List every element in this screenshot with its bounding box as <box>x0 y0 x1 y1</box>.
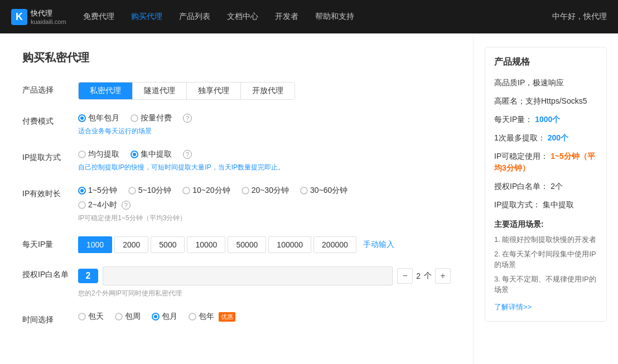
stepper-unit: 个 <box>424 271 432 281</box>
time-monthly-label: 包月 <box>162 312 177 322</box>
nav-buy-proxy[interactable]: 购买代理 <box>131 12 162 22</box>
whitelist-input[interactable] <box>103 266 393 285</box>
time-daily[interactable]: 包天 <box>78 312 104 322</box>
radio-5-10-circle <box>128 187 136 195</box>
time-daily-label: 包天 <box>88 312 104 322</box>
learn-more-link[interactable]: 了解详情>> <box>494 302 597 312</box>
stepper-value: 2 <box>416 271 421 280</box>
manual-input-link[interactable]: 手动输入 <box>363 240 394 250</box>
daily-ip-control: 1000 2000 5000 10000 50000 100000 200000… <box>78 236 451 253</box>
user-greeting: 中午好，快代理 <box>552 12 607 22</box>
logo[interactable]: K 快代理 kuaidaili.com <box>11 8 66 25</box>
stepper-minus[interactable]: − <box>397 268 413 284</box>
time-monthly[interactable]: 包月 <box>152 312 177 322</box>
spec-quality: 高品质IP，极速响应 <box>494 77 597 89</box>
ip-duration-label: IP有效时长 <box>22 186 78 199</box>
ip-extract-options: 均匀提取 集中提取 ? <box>78 149 451 159</box>
ip-count-2000[interactable]: 2000 <box>114 236 148 253</box>
pay-mode-help-icon[interactable]: ? <box>183 114 192 123</box>
ip-count-5000[interactable]: 5000 <box>151 236 185 253</box>
ip-extract-central[interactable]: 集中提取 <box>131 149 172 159</box>
radio-30-60-circle <box>300 187 308 195</box>
spec-ip-stable: IP可稳定使用： 1~5分钟（平均3分钟） <box>494 151 597 174</box>
pay-mode-annual-label: 包年包月 <box>88 113 119 123</box>
radio-weekly-circle <box>115 313 123 321</box>
ip-duration-2-4h[interactable]: 2~4小时 <box>78 200 117 210</box>
whitelist-hint: 您的2个外网IP可同时使用私密代理 <box>78 289 451 298</box>
time-select-row: 时间选择 包天 包周 包月 <box>22 312 451 325</box>
nav-docs[interactable]: 文档中心 <box>227 12 258 22</box>
spec-max-extract-value: 200个 <box>548 133 568 142</box>
nav-dev[interactable]: 开发者 <box>275 12 298 22</box>
spec-whitelist-label: 授权IP白名单： <box>494 182 548 191</box>
time-yearly[interactable]: 包年 优惠 <box>189 312 235 322</box>
ip-duration-help-icon[interactable]: ? <box>122 201 131 210</box>
ip-duration-row2: 2~4小时 ? <box>78 200 451 210</box>
spec-box: 产品规格 高品质IP，极速响应 高匿名；支持Https/Socks5 每天IP量… <box>485 47 607 322</box>
spec-whitelist: 授权IP白名单： 2个 <box>494 181 597 192</box>
stepper-plus[interactable]: + <box>435 268 451 284</box>
spec-whitelist-value: 2个 <box>551 182 563 191</box>
time-select-control: 包天 包周 包月 包年 优惠 <box>78 312 451 322</box>
nav-product-list[interactable]: 产品列表 <box>179 12 210 22</box>
ip-extract-help-icon[interactable]: ? <box>183 150 192 159</box>
spec-extract-mode-value: 集中提取 <box>543 200 574 209</box>
logo-letter: K <box>16 11 23 22</box>
ip-duration-20-30-label: 20~30分钟 <box>252 186 289 196</box>
navbar: K 快代理 kuaidaili.com 免费代理 购买代理 产品列表 文档中心 … <box>0 0 618 33</box>
ip-count-50000[interactable]: 50000 <box>228 236 266 253</box>
ip-extract-central-label: 集中提取 <box>141 149 172 159</box>
ip-count-200000[interactable]: 200000 <box>313 236 356 253</box>
pay-mode-annual[interactable]: 包年包月 <box>78 113 119 123</box>
ip-count-1000[interactable]: 1000 <box>78 236 112 253</box>
ip-count-100000[interactable]: 100000 <box>268 236 311 253</box>
spec-scenario-1: 1. 能很好控制提取快慢的开发者 <box>494 234 597 245</box>
product-select-label: 产品选择 <box>22 82 78 95</box>
whitelist-stepper: − 2 个 + <box>397 268 451 284</box>
spec-scenarios: 主要适用场景: 1. 能很好控制提取快慢的开发者 2. 在每天某个时间段集中使用… <box>494 220 597 295</box>
ip-count-10000[interactable]: 10000 <box>187 236 225 253</box>
ip-duration-30-60[interactable]: 30~60分钟 <box>300 186 347 196</box>
pay-mode-usage-label: 按量付费 <box>141 113 172 123</box>
daily-ip-row: 每天IP量 1000 2000 5000 10000 50000 100000 … <box>22 236 451 253</box>
ip-duration-5-10-label: 5~10分钟 <box>138 186 172 196</box>
ip-duration-5-10[interactable]: 5~10分钟 <box>128 186 172 196</box>
ip-duration-10-20[interactable]: 10~20分钟 <box>182 186 230 196</box>
ip-duration-1-5-label: 1~5分钟 <box>88 186 117 196</box>
ip-duration-1-5[interactable]: 1~5分钟 <box>78 186 117 196</box>
pay-mode-hint: 适合业务每天运行的场景 <box>78 127 451 136</box>
tab-open-proxy[interactable]: 开放代理 <box>241 82 294 99</box>
nav-free-proxy[interactable]: 免费代理 <box>83 12 114 22</box>
time-weekly-label: 包周 <box>125 312 141 322</box>
main-content: 购买私密代理 产品选择 私密代理 隧道代理 独享代理 开放代理 付费模式 <box>0 33 473 364</box>
radio-2-4h-circle <box>78 201 86 209</box>
radio-monthly-circle <box>152 313 160 321</box>
pay-mode-row: 付费模式 包年包月 按量付费 ? 适合业务每天运行的场景 <box>22 113 451 136</box>
ip-extract-row: IP提取方式 均匀提取 集中提取 ? 自己控制提取IP的快慢，可短时间提取大量I… <box>22 149 451 172</box>
ip-extract-label: IP提取方式 <box>22 149 78 163</box>
spec-scenario-3: 3. 每天不定期、不规律使用IP的场景 <box>494 274 597 295</box>
tab-private-proxy[interactable]: 私密代理 <box>79 82 133 99</box>
logo-sub: kuaidaili.com <box>31 18 66 25</box>
ip-duration-10-20-label: 10~20分钟 <box>192 186 230 196</box>
ip-duration-2-4h-label: 2~4小时 <box>88 200 117 210</box>
pay-mode-usage[interactable]: 按量付费 <box>131 113 172 123</box>
tab-exclusive-proxy[interactable]: 独享代理 <box>187 82 241 99</box>
yearly-discount-badge: 优惠 <box>219 312 235 322</box>
tab-tunnel-proxy[interactable]: 隧道代理 <box>133 82 187 99</box>
ip-duration-20-30[interactable]: 20~30分钟 <box>242 186 289 196</box>
radio-even-circle <box>78 151 86 158</box>
ip-duration-30-60-label: 30~60分钟 <box>310 186 347 196</box>
spec-ip-stable-label: IP可稳定使用： <box>494 152 548 161</box>
pay-mode-label: 付费模式 <box>22 113 78 127</box>
whitelist-label: 授权IP白名单 <box>22 266 78 280</box>
sidebar: 产品规格 高品质IP，极速响应 高匿名；支持Https/Socks5 每天IP量… <box>473 33 618 364</box>
nav-help[interactable]: 帮助和支持 <box>315 12 354 22</box>
product-tab-group: 私密代理 隧道代理 独享代理 开放代理 <box>78 82 295 100</box>
time-weekly[interactable]: 包周 <box>115 312 141 322</box>
logo-name: 快代理 <box>31 8 66 18</box>
whitelist-badge: 2 <box>78 269 98 283</box>
ip-extract-even[interactable]: 均匀提取 <box>78 149 119 159</box>
spec-extract-mode: IP提取方式： 集中提取 <box>494 199 597 211</box>
ip-extract-hint: 自己控制提取IP的快慢，可短时间提取大量IP，当天IP数量提完即止。 <box>78 163 451 172</box>
